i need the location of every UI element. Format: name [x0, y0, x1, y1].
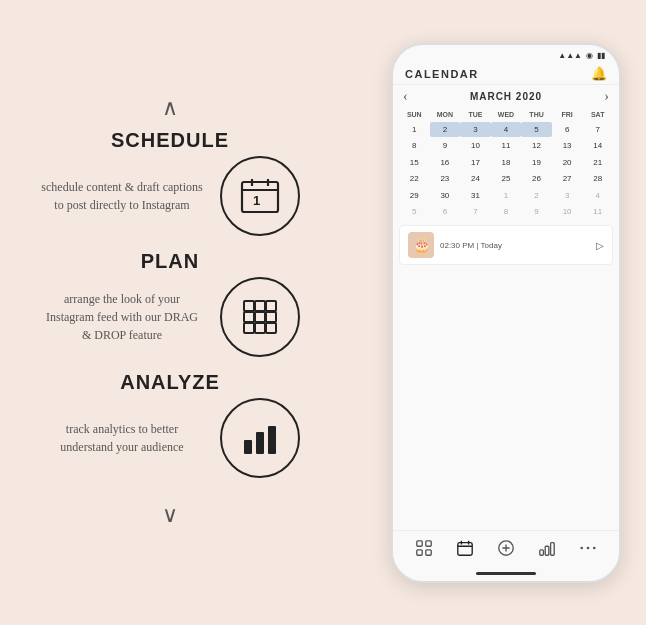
svg-rect-29 [545, 546, 549, 555]
svg-rect-21 [458, 542, 472, 555]
svg-rect-11 [244, 323, 254, 333]
prev-month-button[interactable]: ‹ [403, 89, 408, 105]
cal-day[interactable]: 20 [552, 155, 583, 171]
cal-day[interactable]: 2 [521, 188, 552, 204]
svg-rect-15 [256, 432, 264, 454]
svg-text:1: 1 [253, 193, 260, 208]
phone-wrapper: ▲▲▲ ◉ ▮▮ CALENDAR 🔔 ‹ MARCH 2020 › [376, 43, 636, 583]
cal-day[interactable]: 12 [521, 138, 552, 154]
cal-day[interactable]: 25 [491, 171, 522, 187]
analyze-desc: track analytics to better understand you… [40, 420, 204, 456]
cal-day[interactable]: 19 [521, 155, 552, 171]
cal-day[interactable]: 4 [582, 188, 613, 204]
cal-day[interactable]: 8 [399, 138, 430, 154]
cal-day[interactable]: 26 [521, 171, 552, 187]
calendar-week-5: 29 30 31 1 2 3 4 [399, 188, 613, 204]
svg-point-33 [593, 546, 596, 549]
feature-analyze: ANALYZE track analytics to better unders… [10, 371, 330, 478]
battery-icon: ▮▮ [597, 51, 605, 60]
nav-more-icon[interactable] [579, 539, 597, 561]
cal-day[interactable]: 6 [552, 122, 583, 138]
cal-day[interactable]: 10 [460, 138, 491, 154]
event-row[interactable]: 🎂 02:30 PM | Today ▷ [399, 225, 613, 265]
cal-day[interactable]: 1 [399, 122, 430, 138]
cal-day[interactable]: 23 [430, 171, 461, 187]
cal-day[interactable]: 5 [399, 204, 430, 220]
svg-point-32 [587, 546, 590, 549]
bar-chart-icon [240, 418, 280, 458]
cal-day[interactable]: 4 [491, 122, 522, 138]
event-thumbnail: 🎂 [408, 232, 434, 258]
cal-day[interactable]: 18 [491, 155, 522, 171]
event-time: 02:30 PM | Today [440, 241, 590, 250]
month-title: MARCH 2020 [470, 91, 542, 102]
nav-up-arrow[interactable]: ∧ [162, 97, 178, 119]
cal-day[interactable]: 3 [552, 188, 583, 204]
cal-day[interactable]: 11 [582, 204, 613, 220]
cal-day[interactable]: 14 [582, 138, 613, 154]
schedule-desc: schedule content & draft captions to pos… [40, 178, 204, 214]
cal-day[interactable]: 31 [460, 188, 491, 204]
feature-schedule: SCHEDULE schedule content & draft captio… [10, 129, 330, 236]
nav-analytics-icon[interactable] [538, 539, 556, 561]
cal-day[interactable]: 9 [430, 138, 461, 154]
cal-day[interactable]: 7 [582, 122, 613, 138]
cal-day[interactable]: 1 [491, 188, 522, 204]
cal-day[interactable]: 16 [430, 155, 461, 171]
left-panel: ∧ SCHEDULE schedule content & draft capt… [10, 97, 330, 528]
cal-day[interactable]: 10 [552, 204, 583, 220]
svg-rect-12 [255, 323, 265, 333]
nav-calendar-icon[interactable] [456, 539, 474, 561]
plan-title: PLAN [141, 250, 199, 273]
month-nav: ‹ MARCH 2020 › [393, 85, 619, 109]
plan-text-group: arrange the look of your Instagram feed … [40, 290, 204, 344]
phone-screen: CALENDAR 🔔 ‹ MARCH 2020 › SUN MON TUE [393, 62, 619, 530]
cal-day[interactable]: 9 [521, 204, 552, 220]
feature-plan: PLAN arrange the look of your Instagram … [10, 250, 330, 357]
calendar-week-6: 5 6 7 8 9 10 11 [399, 204, 613, 220]
cal-day[interactable]: 24 [460, 171, 491, 187]
nav-down-arrow[interactable]: ∨ [162, 502, 178, 528]
nav-grid-icon[interactable] [415, 539, 433, 561]
phone-bottom-nav [393, 530, 619, 567]
home-bar [476, 572, 536, 575]
day-header-sun: SUN [399, 109, 430, 120]
day-header-wed: WED [491, 109, 522, 120]
cal-day[interactable]: 7 [460, 204, 491, 220]
svg-rect-10 [266, 312, 276, 322]
cal-day[interactable]: 5 [521, 122, 552, 138]
next-month-button[interactable]: › [604, 89, 609, 105]
cal-day[interactable]: 3 [460, 122, 491, 138]
svg-rect-20 [425, 549, 430, 554]
nav-plus-icon[interactable] [497, 539, 515, 561]
cal-day[interactable]: 11 [491, 138, 522, 154]
calendar-header: CALENDAR 🔔 [393, 62, 619, 85]
event-info: 02:30 PM | Today [440, 241, 590, 250]
cal-day[interactable]: 17 [460, 155, 491, 171]
svg-rect-14 [244, 440, 252, 454]
cal-day[interactable]: 29 [399, 188, 430, 204]
svg-point-31 [581, 546, 584, 549]
cal-day[interactable]: 30 [430, 188, 461, 204]
calendar-week-3: 15 16 17 18 19 20 21 [399, 155, 613, 171]
cal-day[interactable]: 8 [491, 204, 522, 220]
svg-rect-19 [416, 549, 421, 554]
event-action-icon[interactable]: ▷ [596, 240, 604, 251]
cal-day[interactable]: 28 [582, 171, 613, 187]
plan-desc: arrange the look of your Instagram feed … [40, 290, 204, 344]
cal-day[interactable]: 22 [399, 171, 430, 187]
main-container: ∧ SCHEDULE schedule content & draft capt… [0, 0, 646, 625]
day-headers: SUN MON TUE WED THU FRI SAT [399, 109, 613, 120]
calendar-week-1: 1 2 3 4 5 6 7 [399, 122, 613, 138]
phone: ▲▲▲ ◉ ▮▮ CALENDAR 🔔 ‹ MARCH 2020 › [391, 43, 621, 583]
schedule-icon-circle: 1 [220, 156, 300, 236]
calendar-icon: 1 [240, 176, 280, 216]
bell-icon[interactable]: 🔔 [591, 66, 607, 82]
cal-day[interactable]: 27 [552, 171, 583, 187]
cal-day[interactable]: 13 [552, 138, 583, 154]
svg-rect-5 [244, 301, 254, 311]
cal-day[interactable]: 15 [399, 155, 430, 171]
cal-day[interactable]: 21 [582, 155, 613, 171]
cal-day[interactable]: 2 [430, 122, 461, 138]
cal-day[interactable]: 6 [430, 204, 461, 220]
